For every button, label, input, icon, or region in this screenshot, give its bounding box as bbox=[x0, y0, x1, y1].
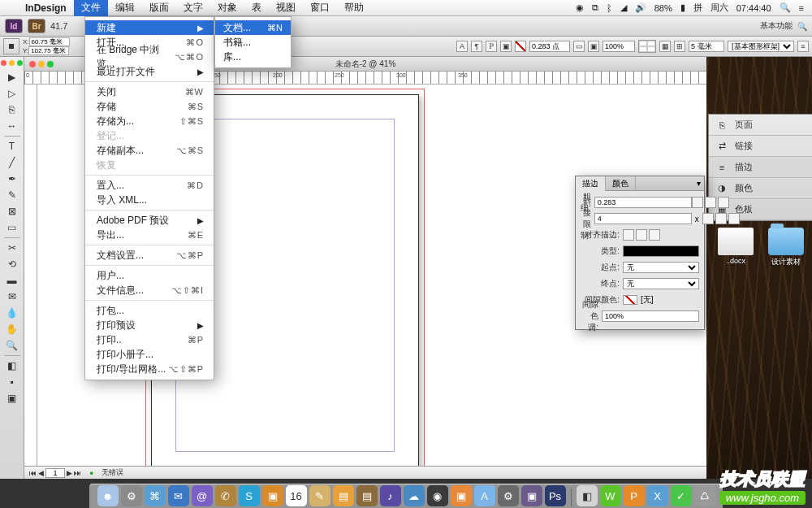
file-menu-item[interactable]: 关闭⌘W bbox=[85, 85, 214, 99]
file-menu-item[interactable]: 文件信息...⌥⇧⌘I bbox=[85, 283, 214, 297]
char-icon[interactable]: A bbox=[456, 41, 468, 52]
cb-btn-3[interactable]: ▦ bbox=[659, 41, 671, 52]
menu-文字[interactable]: 文字 bbox=[176, 0, 210, 16]
gap-tool-icon[interactable]: ↔ bbox=[3, 118, 21, 134]
dock-item[interactable]: ▣ bbox=[521, 485, 542, 506]
cb-btn-2[interactable]: ▣ bbox=[588, 41, 599, 52]
para-icon[interactable]: ¶ bbox=[471, 41, 482, 52]
line-tool-icon[interactable]: ╱ bbox=[3, 154, 21, 171]
dock-item[interactable]: ▣ bbox=[451, 485, 472, 506]
doc-close-icon[interactable] bbox=[29, 61, 36, 67]
join-btn-1[interactable] bbox=[702, 213, 714, 224]
file-menu-item[interactable]: 打包... bbox=[85, 303, 214, 318]
file-menu-item[interactable]: 用户... bbox=[85, 268, 214, 283]
dock-item[interactable]: ☁ bbox=[404, 485, 425, 506]
dock-item[interactable]: ☻ bbox=[97, 485, 119, 506]
dock-item[interactable]: ♪ bbox=[380, 485, 401, 506]
doc-min-icon[interactable] bbox=[38, 61, 45, 67]
page-tool-icon[interactable]: ⎘ bbox=[3, 102, 21, 118]
dim-input[interactable] bbox=[689, 41, 724, 52]
start-select[interactable]: 无 bbox=[623, 262, 699, 273]
dock-item[interactable]: ⚙ bbox=[498, 485, 519, 506]
close-window-icon[interactable] bbox=[1, 60, 6, 66]
file-menu-item[interactable]: 打印..⌘P bbox=[85, 332, 214, 347]
submenu-item[interactable]: 库... bbox=[215, 50, 291, 64]
panel-页面[interactable]: ⎘页面 bbox=[709, 115, 812, 136]
dock-item[interactable]: Ps bbox=[545, 485, 566, 506]
panel-描边[interactable]: ≡描边 bbox=[709, 157, 812, 178]
align-btn-1[interactable] bbox=[623, 229, 634, 241]
cap-btn-3[interactable] bbox=[718, 197, 729, 208]
cap-btn-2[interactable] bbox=[705, 197, 716, 208]
cb-btn-4[interactable]: ⊞ bbox=[674, 41, 685, 52]
apply-color-icon[interactable]: ▪ bbox=[3, 374, 21, 390]
dock-item[interactable]: S bbox=[239, 485, 260, 506]
dock-item[interactable]: ▤ bbox=[333, 485, 354, 506]
dock-item[interactable]: X bbox=[647, 485, 668, 506]
doc-zoom-icon[interactable] bbox=[47, 61, 54, 67]
cap-btn-1[interactable] bbox=[692, 197, 703, 208]
wifi-icon[interactable]: ◢ bbox=[620, 2, 627, 13]
weight-input[interactable] bbox=[594, 197, 692, 208]
battery-text[interactable]: 88% bbox=[654, 3, 672, 13]
menu-对象[interactable]: 对象 bbox=[210, 0, 244, 16]
pct-input-1[interactable] bbox=[603, 41, 635, 52]
ruler-vertical[interactable] bbox=[24, 85, 37, 466]
bridge-badge[interactable]: Br bbox=[28, 19, 45, 33]
dock-item[interactable]: ✓ bbox=[671, 485, 692, 506]
cb-btn-5[interactable]: ≡ bbox=[797, 41, 809, 52]
file-menu-item[interactable]: 打印小册子... bbox=[85, 347, 214, 362]
dock-item[interactable]: P bbox=[624, 485, 645, 506]
menu-帮助[interactable]: 帮助 bbox=[337, 0, 371, 16]
stroke-tab[interactable]: 描边 bbox=[576, 176, 606, 191]
selection-tool-icon[interactable]: ▶ bbox=[3, 69, 21, 85]
stroke-weight-input[interactable] bbox=[529, 41, 570, 52]
eyedropper-tool-icon[interactable]: 💧 bbox=[3, 305, 21, 321]
join-btn-3[interactable] bbox=[728, 213, 740, 224]
bluetooth-icon[interactable]: ᛒ bbox=[607, 3, 612, 13]
zoom-tool-icon[interactable]: 🔍 bbox=[3, 337, 21, 354]
app-name[interactable]: InDesign bbox=[18, 2, 74, 14]
join-btn-2[interactable] bbox=[715, 213, 727, 224]
notifications-icon[interactable]: ≡ bbox=[799, 3, 804, 13]
align-btn-3[interactable] bbox=[649, 229, 660, 241]
menu-视图[interactable]: 视图 bbox=[269, 0, 303, 16]
dock-item[interactable]: ▣ bbox=[262, 485, 283, 506]
hand-tool-icon[interactable]: ✋ bbox=[3, 321, 21, 337]
gap-color-swatch[interactable] bbox=[623, 295, 637, 305]
page-navigator[interactable]: ⏮◀ ▶⏭ bbox=[29, 468, 81, 478]
direct-selection-tool-icon[interactable]: ▷ bbox=[3, 85, 21, 102]
scissors-tool-icon[interactable]: ✂ bbox=[3, 240, 21, 256]
note-tool-icon[interactable]: ✉ bbox=[3, 289, 21, 305]
file-menu-item[interactable]: 打印/导出网格...⌥⇧⌘P bbox=[85, 362, 214, 376]
end-select[interactable]: 无 bbox=[623, 278, 699, 289]
file-menu-item[interactable]: 置入...⌘D bbox=[85, 178, 214, 193]
gap-tint-input[interactable] bbox=[602, 310, 699, 322]
page-number-input[interactable] bbox=[45, 468, 65, 478]
file-menu-item[interactable]: 最近打开文件▶ bbox=[85, 64, 214, 79]
dock-item[interactable]: ✎ bbox=[309, 485, 330, 506]
dock-item[interactable]: ♺ bbox=[694, 485, 715, 506]
rectangle-frame-tool-icon[interactable]: ⊠ bbox=[3, 203, 21, 219]
view-mode-icon[interactable]: ▣ bbox=[3, 390, 21, 406]
preflight-icon[interactable]: ● bbox=[89, 469, 93, 477]
submenu-item[interactable]: 文档...⌘N bbox=[215, 20, 291, 35]
submenu-item[interactable]: 书籍... bbox=[215, 35, 291, 50]
y-input[interactable] bbox=[28, 46, 69, 55]
file-menu-item[interactable]: 打印预设▶ bbox=[85, 318, 214, 332]
none-swatch-icon[interactable] bbox=[515, 41, 526, 52]
dropbox-icon[interactable]: ⧉ bbox=[592, 2, 598, 13]
fill-stroke-icon[interactable]: ◧ bbox=[3, 358, 21, 374]
dock-item[interactable]: ⚙ bbox=[121, 485, 142, 506]
pen-tool-icon[interactable]: ✒ bbox=[3, 171, 21, 187]
file-menu-item[interactable]: 文档设置...⌥⌘P bbox=[85, 248, 214, 263]
workspace-switcher[interactable]: 基本功能 bbox=[760, 20, 793, 32]
dock-item[interactable]: ◧ bbox=[577, 485, 598, 506]
file-menu-item[interactable]: 存储副本...⌥⌘S bbox=[85, 143, 214, 158]
color-tab[interactable]: 颜色 bbox=[606, 176, 636, 191]
miter-input[interactable] bbox=[594, 213, 692, 224]
file-menu-item[interactable]: 存储⌘S bbox=[85, 99, 214, 114]
type-select[interactable]: ━━━━━ bbox=[623, 245, 699, 257]
file-menu-item[interactable]: 导入 XML... bbox=[85, 193, 214, 207]
volume-icon[interactable]: 🔊 bbox=[635, 2, 646, 13]
